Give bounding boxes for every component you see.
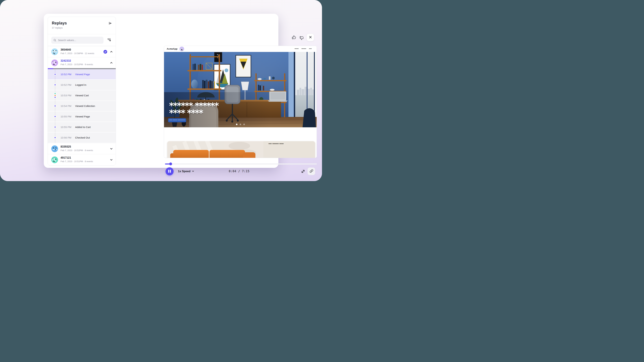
carousel-dot <box>243 124 245 125</box>
event-row[interactable]: 10:52 PM Viewed Page <box>48 69 116 79</box>
session-meta: Feb 7, 2023 · 10:58PM · 12 events <box>60 52 94 55</box>
chevron-down-icon <box>192 170 194 173</box>
session-row-3654640[interactable]: 3654640 Feb 7, 2023 · 10:58PM · 12 event… <box>48 46 116 57</box>
pause-icon <box>166 167 174 176</box>
session-meta: Feb 7, 2023 · 10:51PM · 8 events <box>60 160 93 163</box>
event-label: Viewed Page <box>75 69 90 79</box>
chevron-down-icon[interactable] <box>110 147 113 150</box>
replay-modal: Replays 37 replays <box>44 14 278 168</box>
event-dot <box>54 105 56 107</box>
event-list: 10:52 PM Viewed Page 10:52 PM Logged In … <box>48 69 116 143</box>
session-id: 8339325 <box>60 145 71 148</box>
event-label: Logged In <box>75 80 86 90</box>
playback-progress-bar[interactable] <box>165 164 317 165</box>
carousel-dots <box>164 124 317 125</box>
event-label: Viewed Collection <box>75 101 95 111</box>
product-card-text-masked: *** ****** **** <box>268 143 284 145</box>
pause-button[interactable] <box>166 167 174 176</box>
event-dot <box>54 73 56 75</box>
playback-time: 0:04 / 7:15 <box>215 170 264 173</box>
chevron-up-icon[interactable] <box>110 50 113 53</box>
thumbs-up-button[interactable] <box>292 35 297 40</box>
product-photo-sofa <box>167 141 264 158</box>
expand-icon <box>301 171 305 174</box>
speed-label: 1x Speed <box>178 170 190 173</box>
site-nav-links: ****** ******* **** <box>294 46 312 52</box>
time-current: 0:04 <box>229 170 236 173</box>
event-time: 10:53 PM <box>60 90 71 101</box>
expand-button[interactable] <box>301 169 305 173</box>
close-button[interactable] <box>306 34 314 41</box>
close-icon <box>309 35 312 39</box>
copy-link-button[interactable] <box>308 168 315 175</box>
avatar <box>51 59 58 66</box>
sort-button[interactable] <box>107 38 111 42</box>
check-badge-icon <box>104 50 107 54</box>
event-time: 10:55 PM <box>60 111 71 122</box>
event-label: Checked Out <box>75 133 90 143</box>
page-background: Replays 37 replays <box>0 0 322 181</box>
thumbs-up-icon <box>292 38 297 40</box>
event-time: 10:56 PM <box>60 133 71 143</box>
event-time: 10:52 PM <box>60 69 71 79</box>
site-product-card: *** ****** **** <box>167 141 315 158</box>
hero-headline-masked-line2: **** **** <box>169 109 202 118</box>
event-row[interactable]: 10:55 PM Added to Cart <box>48 122 116 132</box>
time-divider: / <box>238 170 240 173</box>
event-label: Viewed Cart <box>75 90 89 101</box>
avatar <box>51 145 58 152</box>
event-row[interactable]: 10:55 PM Viewed Page <box>48 111 116 122</box>
site-hero: ****** ****** **** **** **** ****** ****… <box>164 52 317 127</box>
event-label: Viewed Page <box>75 111 90 122</box>
session-id: 3654640 <box>60 48 71 51</box>
site-nav-link-masked: ****** <box>294 48 298 50</box>
event-dot <box>54 126 56 128</box>
search-box <box>51 37 104 44</box>
session-meta: Feb 7, 2023 · 10:52PM · 9 events <box>60 63 93 66</box>
chevron-down-icon[interactable] <box>110 159 113 161</box>
session-row-8339325[interactable]: 8339325 Feb 7, 2023 · 10:52PM · 8 events <box>48 143 116 154</box>
hero-cta-button-masked: **** ****** ********** <box>168 118 186 122</box>
playback-progress-knob[interactable] <box>169 163 172 165</box>
replay-count: 37 replays <box>52 26 112 29</box>
collapse-sidebar-button[interactable] <box>108 21 112 26</box>
carousel-dot-active <box>236 124 238 125</box>
event-row[interactable]: 10:56 PM Checked Out <box>48 133 116 143</box>
session-id: 3242332 <box>60 59 71 62</box>
event-row[interactable]: 10:53 PM Viewed Cart <box>48 90 116 101</box>
thumbs-down-icon <box>299 38 304 41</box>
cursor-icon <box>181 48 184 52</box>
search-input[interactable] <box>51 37 104 44</box>
session-meta: Feb 7, 2023 · 10:52PM · 8 events <box>60 149 93 152</box>
event-dot <box>54 137 56 139</box>
search-icon <box>53 39 56 42</box>
site-nav-bar: AcmeApp ****** ******* **** <box>164 46 317 52</box>
link-icon <box>310 169 313 173</box>
session-row-4917121[interactable]: 4917121 Feb 7, 2023 · 10:51PM · 8 events <box>48 154 116 165</box>
carousel-dot <box>240 124 241 125</box>
event-dot <box>54 84 56 86</box>
page-title: Replays <box>52 21 112 25</box>
event-dot <box>54 96 56 98</box>
collapse-left-icon <box>108 21 112 26</box>
event-time: 10:54 PM <box>60 101 71 111</box>
site-nav-link-masked: **** <box>309 48 312 50</box>
session-row-3242332[interactable]: 3242332 Feb 7, 2023 · 10:52PM · 9 events <box>48 57 116 68</box>
replay-viewport: AcmeApp ****** ******* **** <box>164 46 317 158</box>
screen: Replays 37 replays <box>0 0 322 181</box>
event-row[interactable]: 10:54 PM Viewed Collection <box>48 101 116 111</box>
event-time: 10:52 PM <box>60 80 71 90</box>
thumbs-down-button[interactable] <box>299 35 304 40</box>
event-row[interactable]: 10:52 PM Logged In <box>48 80 116 90</box>
event-time: 10:55 PM <box>60 122 71 132</box>
event-dot <box>54 115 56 118</box>
playback-speed-selector[interactable]: 1x Speed <box>178 169 194 173</box>
avatar <box>51 48 58 55</box>
chevron-up-icon[interactable] <box>110 61 113 64</box>
search-row <box>48 34 116 46</box>
time-total: 7:15 <box>242 170 250 173</box>
event-label: Added to Cart <box>75 122 91 132</box>
sort-descending-icon <box>107 40 111 42</box>
session-id: 4917121 <box>60 156 71 159</box>
site-nav-link-masked: ******* <box>301 48 306 50</box>
